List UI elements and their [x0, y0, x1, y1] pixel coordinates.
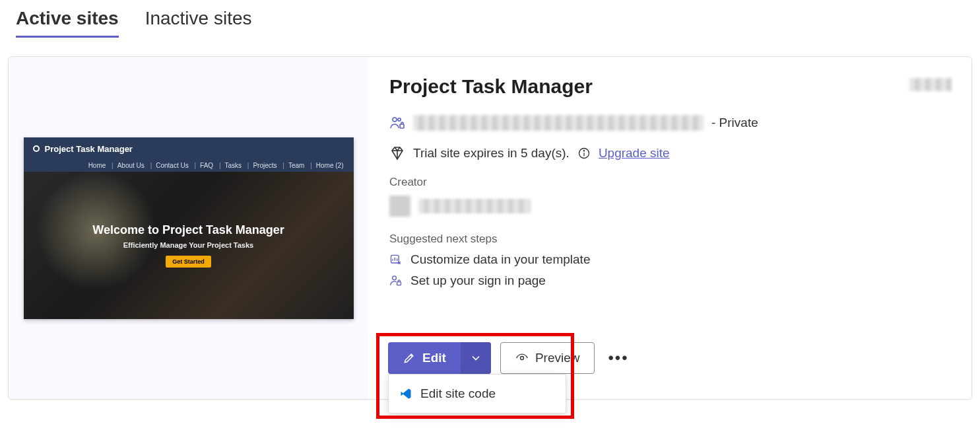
thumb-hero-subtitle: Efficiently Manage Your Project Tasks	[123, 241, 253, 249]
thumb-nav-item: FAQ	[192, 162, 215, 169]
edit-split-button: Edit	[388, 342, 491, 374]
edit-button-label: Edit	[422, 351, 446, 365]
people-lock-icon	[389, 115, 405, 131]
edit-site-code-item[interactable]: Edit site code	[389, 379, 566, 409]
svg-point-7	[393, 276, 397, 280]
step-signin-page-label: Set up your sign in page	[410, 273, 546, 288]
svg-point-0	[393, 118, 397, 122]
suggested-label: Suggested next steps	[389, 233, 950, 246]
thumb-nav-item: Home	[86, 162, 108, 169]
creator-label: Creator	[389, 176, 950, 189]
edit-dropdown-menu: Edit site code	[388, 374, 566, 414]
site-title: Project Task Manager	[389, 75, 950, 98]
access-row: - Private	[389, 115, 950, 131]
preview-button[interactable]: Preview	[500, 342, 595, 374]
svg-point-5	[583, 151, 584, 151]
tabs: Active sites Inactive sites	[0, 0, 980, 38]
upgrade-site-link[interactable]: Upgrade site	[599, 146, 670, 161]
tab-active-sites[interactable]: Active sites	[16, 8, 119, 38]
thumb-hero: Welcome to Project Task Manager Efficien…	[24, 172, 354, 319]
redacted-creator-name	[418, 199, 531, 213]
actions-row: Edit Preview •••	[388, 342, 633, 374]
more-actions-button[interactable]: •••	[604, 349, 632, 367]
thumb-nav-item: Contact Us	[148, 162, 191, 169]
tab-inactive-sites[interactable]: Inactive sites	[145, 8, 252, 38]
svg-rect-2	[400, 124, 404, 128]
access-suffix: - Private	[711, 116, 758, 130]
vscode-icon	[399, 387, 412, 400]
chart-edit-icon	[389, 253, 403, 266]
creator-row	[389, 196, 950, 217]
svg-point-9	[520, 357, 523, 360]
step-signin-page[interactable]: Set up your sign in page	[389, 273, 950, 288]
info-icon[interactable]	[577, 147, 591, 160]
thumb-header: Project Task Manager	[24, 137, 354, 158]
thumb-logo-icon	[33, 145, 40, 152]
thumb-hero-title: Welcome to Project Task Manager	[92, 223, 284, 237]
edit-button[interactable]: Edit	[388, 342, 461, 374]
edit-dropdown-toggle[interactable]	[461, 342, 491, 374]
thumb-nav-item: Team	[280, 162, 306, 169]
site-thumbnail[interactable]: Project Task Manager Home About Us Conta…	[24, 137, 354, 319]
thumb-nav-item: Tasks	[217, 162, 244, 169]
thumb-brand: Project Task Manager	[45, 144, 133, 154]
thumb-nav-item: Projects	[245, 162, 279, 169]
thumb-nav-item: About Us	[110, 162, 147, 169]
step-customize-data-label: Customize data in your template	[410, 252, 590, 267]
trial-row: Trial site expires in 5 day(s). Upgrade …	[389, 145, 950, 161]
chevron-down-icon	[469, 351, 482, 365]
thumb-nav-item: Home (2)	[308, 162, 345, 169]
pencil-icon	[403, 351, 416, 365]
eye-icon	[515, 351, 529, 365]
redacted-badge	[909, 78, 952, 91]
site-card: Project Task Manager Home About Us Conta…	[8, 56, 972, 400]
site-thumbnail-pane: Project Task Manager Home About Us Conta…	[9, 57, 368, 399]
trial-text: Trial site expires in 5 day(s).	[413, 146, 570, 161]
diamond-icon	[389, 145, 405, 161]
site-detail: Project Task Manager - Private Trial sit…	[368, 57, 971, 399]
preview-button-label: Preview	[535, 351, 580, 365]
step-customize-data[interactable]: Customize data in your template	[389, 252, 950, 267]
edit-site-code-label: Edit site code	[420, 386, 496, 401]
thumb-hero-cta: Get Started	[166, 256, 211, 268]
redacted-url	[413, 115, 703, 131]
person-lock-icon	[389, 274, 403, 287]
svg-point-1	[398, 118, 401, 121]
svg-rect-8	[397, 282, 401, 285]
creator-avatar	[389, 196, 410, 217]
